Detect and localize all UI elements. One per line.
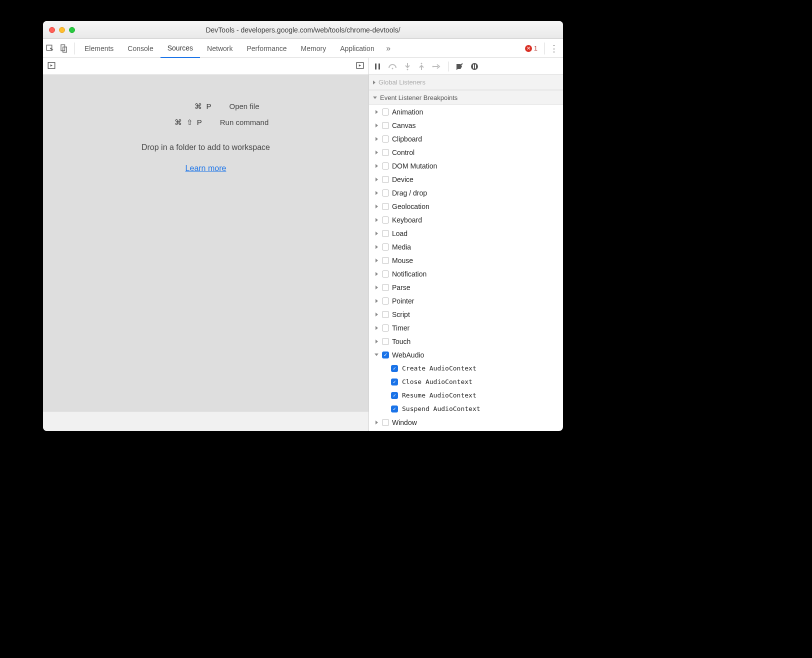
breakpoint-checkbox[interactable]: ✓ — [391, 406, 398, 412]
category-label: WebAudio — [392, 351, 424, 359]
category-checkbox[interactable] — [382, 270, 389, 278]
minimize-window-button[interactable] — [59, 27, 65, 33]
chevron-right-icon — [376, 299, 378, 303]
category-checkbox[interactable] — [382, 419, 389, 426]
breakpoint-category[interactable]: Load — [369, 226, 563, 240]
more-tabs-icon[interactable]: » — [382, 39, 396, 58]
category-label: Device — [392, 176, 414, 184]
breakpoint-checkbox[interactable]: ✓ — [391, 365, 398, 372]
debugger-sections: Global Listeners Event Listener Breakpoi… — [369, 75, 563, 431]
breakpoint-category[interactable]: Animation — [369, 105, 563, 118]
chevron-right-icon — [376, 232, 378, 236]
breakpoint-item[interactable]: ✓Create AudioContext — [369, 362, 563, 375]
category-checkbox[interactable] — [382, 162, 389, 170]
category-checkbox[interactable] — [382, 216, 389, 224]
breakpoint-category[interactable]: Keyboard — [369, 213, 563, 226]
pause-on-exceptions-icon[interactable] — [470, 62, 478, 70]
breakpoint-category[interactable]: Notification — [369, 267, 563, 280]
category-checkbox[interactable] — [382, 298, 389, 304]
breakpoint-category[interactable]: Canvas — [369, 118, 563, 132]
breakpoint-category[interactable]: Media — [369, 240, 563, 254]
breakpoint-category[interactable]: Script — [369, 308, 563, 321]
category-checkbox[interactable] — [382, 190, 389, 196]
breakpoint-category[interactable]: Drag / drop — [369, 186, 563, 200]
svg-point-9 — [421, 62, 422, 64]
svg-point-12 — [471, 63, 478, 70]
learn-more-link[interactable]: Learn more — [186, 164, 226, 173]
chevron-right-icon — [376, 137, 378, 141]
breakpoint-category[interactable]: Control — [369, 146, 563, 159]
sources-footer — [43, 411, 368, 431]
tab-memory[interactable]: Memory — [294, 39, 334, 58]
step-over-icon[interactable] — [388, 63, 397, 70]
breakpoint-category[interactable]: Geolocation — [369, 200, 563, 213]
category-checkbox[interactable] — [382, 284, 389, 291]
category-checkbox[interactable] — [382, 176, 389, 183]
tab-performance[interactable]: Performance — [240, 39, 294, 58]
tab-network[interactable]: Network — [200, 39, 240, 58]
breakpoint-category[interactable]: Mouse — [369, 254, 563, 267]
category-checkbox[interactable] — [382, 257, 389, 264]
category-checkbox[interactable] — [382, 203, 389, 210]
shortcut-run-command: ⌘ ⇧ P Run command — [143, 118, 269, 127]
error-indicator[interactable]: ✕ 1 — [525, 44, 538, 52]
breakpoint-category[interactable]: Device — [369, 172, 563, 186]
tab-sources[interactable]: Sources — [160, 39, 200, 58]
zoom-window-button[interactable] — [69, 27, 75, 33]
category-label: Clipboard — [392, 135, 422, 143]
category-checkbox[interactable] — [382, 230, 389, 237]
sources-empty-state: ⌘ P Open file ⌘ ⇧ P Run command Drop in … — [43, 75, 368, 411]
separator — [544, 42, 545, 54]
category-checkbox[interactable] — [382, 311, 389, 318]
tab-console[interactable]: Console — [120, 39, 160, 58]
device-toolbar-icon[interactable] — [57, 39, 71, 58]
step-into-icon[interactable] — [404, 62, 411, 70]
pause-icon[interactable] — [374, 63, 381, 70]
shortcut-label: Run command — [220, 118, 269, 127]
breakpoint-category[interactable]: Pointer — [369, 294, 563, 308]
category-checkbox[interactable] — [382, 149, 389, 156]
breakpoint-item[interactable]: ✓Close AudioContext — [369, 375, 563, 388]
chevron-right-icon — [376, 124, 378, 128]
category-label: Notification — [392, 270, 426, 278]
titlebar: DevTools - developers.google.com/web/too… — [43, 21, 563, 39]
breakpoint-item[interactable]: ✓Suspend AudioContext — [369, 402, 563, 416]
step-out-icon[interactable] — [418, 62, 425, 70]
category-checkbox[interactable] — [382, 136, 389, 142]
category-label: Load — [392, 230, 408, 238]
breakpoint-category[interactable]: Parse — [369, 280, 563, 294]
category-checkbox[interactable]: ✓ — [382, 352, 389, 358]
breakpoint-category[interactable]: DOM Mutation — [369, 159, 563, 172]
breakpoint-checkbox[interactable]: ✓ — [391, 378, 398, 386]
settings-kebab-icon[interactable]: ⋮ — [548, 43, 560, 54]
breakpoint-checkbox[interactable]: ✓ — [391, 392, 398, 399]
category-checkbox[interactable] — [382, 108, 389, 116]
svg-rect-6 — [378, 64, 380, 70]
breakpoint-category[interactable]: Touch — [369, 334, 563, 348]
section-event-listener-breakpoints[interactable]: Event Listener Breakpoints — [369, 90, 563, 105]
window-title: DevTools - developers.google.com/web/too… — [43, 26, 563, 34]
category-label: Drag / drop — [392, 189, 427, 197]
breakpoint-label: Resume AudioContext — [402, 392, 476, 399]
category-checkbox[interactable] — [382, 244, 389, 250]
breakpoint-category[interactable]: Clipboard — [369, 132, 563, 146]
close-window-button[interactable] — [49, 27, 55, 33]
breakpoint-category[interactable]: ✓WebAudio — [369, 348, 563, 362]
chevron-right-icon — [376, 164, 378, 168]
breakpoint-category[interactable]: Timer — [369, 321, 563, 334]
shortcut-keys: ⌘ ⇧ P — [143, 118, 203, 127]
category-checkbox[interactable] — [382, 122, 389, 129]
chevron-right-icon — [376, 191, 378, 195]
show-navigator-icon[interactable] — [47, 61, 56, 72]
tab-elements[interactable]: Elements — [78, 39, 120, 58]
breakpoint-item[interactable]: ✓Resume AudioContext — [369, 388, 563, 402]
deactivate-breakpoints-icon[interactable] — [456, 62, 464, 70]
section-global-listeners[interactable]: Global Listeners — [369, 75, 563, 90]
inspect-element-icon[interactable] — [43, 39, 57, 58]
step-icon[interactable] — [432, 63, 441, 70]
category-checkbox[interactable] — [382, 324, 389, 332]
tab-application[interactable]: Application — [333, 39, 382, 58]
show-debugger-icon[interactable] — [356, 61, 364, 72]
breakpoint-category[interactable]: Window — [369, 416, 563, 429]
category-checkbox[interactable] — [382, 338, 389, 345]
